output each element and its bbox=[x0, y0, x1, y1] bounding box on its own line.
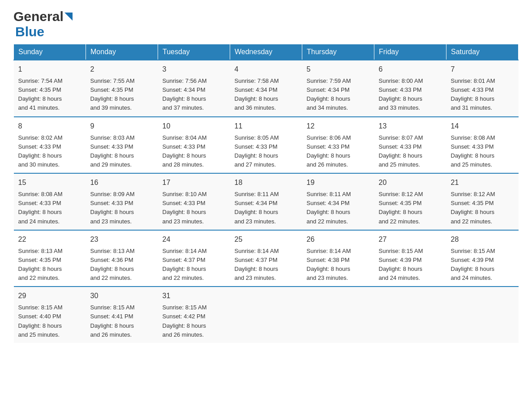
calendar-cell bbox=[230, 287, 302, 343]
calendar-week-5: 29Sunrise: 8:15 AMSunset: 4:40 PMDayligh… bbox=[14, 287, 519, 343]
day-number: 12 bbox=[307, 121, 370, 132]
day-info: Sunrise: 7:59 AMSunset: 4:34 PMDaylight:… bbox=[307, 77, 370, 113]
day-number: 17 bbox=[163, 177, 226, 188]
day-info: Sunrise: 8:08 AMSunset: 4:33 PMDaylight:… bbox=[18, 190, 82, 226]
day-number: 6 bbox=[379, 64, 442, 75]
calendar-cell: 1Sunrise: 7:54 AMSunset: 4:35 PMDaylight… bbox=[14, 60, 86, 117]
day-info: Sunrise: 8:11 AMSunset: 4:34 PMDaylight:… bbox=[235, 190, 298, 226]
day-number: 29 bbox=[18, 291, 82, 301]
day-info: Sunrise: 8:11 AMSunset: 4:34 PMDaylight:… bbox=[307, 190, 370, 226]
calendar-cell: 24Sunrise: 8:14 AMSunset: 4:37 PMDayligh… bbox=[158, 230, 230, 287]
day-number: 15 bbox=[18, 177, 82, 188]
day-info: Sunrise: 8:02 AMSunset: 4:33 PMDaylight:… bbox=[18, 133, 82, 170]
day-info: Sunrise: 8:03 AMSunset: 4:33 PMDaylight:… bbox=[90, 133, 154, 170]
calendar-cell: 19Sunrise: 8:11 AMSunset: 4:34 PMDayligh… bbox=[302, 173, 374, 230]
page-header: General Blue bbox=[13, 9, 519, 39]
day-number: 3 bbox=[163, 64, 226, 75]
day-info: Sunrise: 8:01 AMSunset: 4:33 PMDaylight:… bbox=[451, 77, 514, 113]
day-number: 28 bbox=[451, 234, 514, 245]
day-info: Sunrise: 8:15 AMSunset: 4:40 PMDaylight:… bbox=[18, 303, 82, 339]
day-info: Sunrise: 8:00 AMSunset: 4:33 PMDaylight:… bbox=[379, 77, 442, 113]
calendar-cell bbox=[446, 287, 519, 343]
day-number: 26 bbox=[307, 234, 370, 245]
calendar-cell: 22Sunrise: 8:13 AMSunset: 4:35 PMDayligh… bbox=[14, 230, 86, 287]
day-info: Sunrise: 8:14 AMSunset: 4:38 PMDaylight:… bbox=[307, 247, 370, 283]
day-number: 1 bbox=[18, 64, 82, 75]
calendar-cell: 23Sunrise: 8:13 AMSunset: 4:36 PMDayligh… bbox=[86, 230, 158, 287]
day-info: Sunrise: 8:15 AMSunset: 4:39 PMDaylight:… bbox=[379, 247, 442, 283]
day-info: Sunrise: 7:54 AMSunset: 4:35 PMDaylight:… bbox=[18, 77, 82, 113]
calendar-cell: 8Sunrise: 8:02 AMSunset: 4:33 PMDaylight… bbox=[14, 117, 86, 174]
day-info: Sunrise: 8:10 AMSunset: 4:33 PMDaylight:… bbox=[163, 190, 226, 226]
calendar-cell: 27Sunrise: 8:15 AMSunset: 4:39 PMDayligh… bbox=[374, 230, 446, 287]
day-info: Sunrise: 8:04 AMSunset: 4:33 PMDaylight:… bbox=[163, 133, 226, 170]
calendar-cell: 15Sunrise: 8:08 AMSunset: 4:33 PMDayligh… bbox=[14, 173, 86, 230]
calendar-cell: 3Sunrise: 7:56 AMSunset: 4:34 PMDaylight… bbox=[158, 60, 230, 117]
day-number: 7 bbox=[451, 64, 514, 75]
day-number: 13 bbox=[379, 121, 442, 132]
calendar-cell: 7Sunrise: 8:01 AMSunset: 4:33 PMDaylight… bbox=[446, 60, 519, 117]
calendar-cell: 18Sunrise: 8:11 AMSunset: 4:34 PMDayligh… bbox=[230, 173, 302, 230]
calendar-cell: 5Sunrise: 7:59 AMSunset: 4:34 PMDaylight… bbox=[302, 60, 374, 117]
calendar-week-3: 15Sunrise: 8:08 AMSunset: 4:33 PMDayligh… bbox=[14, 173, 519, 230]
day-number: 11 bbox=[235, 121, 298, 132]
calendar-cell: 17Sunrise: 8:10 AMSunset: 4:33 PMDayligh… bbox=[158, 173, 230, 230]
day-number: 23 bbox=[90, 234, 154, 245]
logo: General Blue bbox=[13, 9, 73, 39]
calendar-cell: 4Sunrise: 7:58 AMSunset: 4:34 PMDaylight… bbox=[230, 60, 302, 117]
calendar-cell: 16Sunrise: 8:09 AMSunset: 4:33 PMDayligh… bbox=[86, 173, 158, 230]
day-number: 16 bbox=[90, 177, 154, 188]
calendar-cell: 29Sunrise: 8:15 AMSunset: 4:40 PMDayligh… bbox=[14, 287, 86, 343]
calendar-week-1: 1Sunrise: 7:54 AMSunset: 4:35 PMDaylight… bbox=[14, 60, 519, 117]
calendar-cell: 13Sunrise: 8:07 AMSunset: 4:33 PMDayligh… bbox=[374, 117, 446, 174]
day-number: 22 bbox=[18, 234, 82, 245]
calendar-cell: 26Sunrise: 8:14 AMSunset: 4:38 PMDayligh… bbox=[302, 230, 374, 287]
day-info: Sunrise: 8:15 AMSunset: 4:39 PMDaylight:… bbox=[451, 247, 514, 283]
day-info: Sunrise: 8:12 AMSunset: 4:35 PMDaylight:… bbox=[451, 190, 514, 226]
day-info: Sunrise: 8:08 AMSunset: 4:33 PMDaylight:… bbox=[451, 133, 514, 170]
calendar-header: SundayMondayTuesdayWednesdayThursdayFrid… bbox=[14, 44, 519, 60]
day-number: 8 bbox=[18, 121, 82, 132]
day-info: Sunrise: 7:58 AMSunset: 4:34 PMDaylight:… bbox=[235, 77, 298, 113]
calendar-cell: 10Sunrise: 8:04 AMSunset: 4:33 PMDayligh… bbox=[158, 117, 230, 174]
calendar-table: SundayMondayTuesdayWednesdayThursdayFrid… bbox=[13, 44, 519, 343]
day-number: 10 bbox=[163, 121, 226, 132]
calendar-cell bbox=[302, 287, 374, 343]
day-info: Sunrise: 8:07 AMSunset: 4:33 PMDaylight:… bbox=[379, 133, 442, 170]
day-info: Sunrise: 8:06 AMSunset: 4:33 PMDaylight:… bbox=[307, 133, 370, 170]
logo-general-row: General bbox=[13, 9, 73, 24]
calendar-cell: 20Sunrise: 8:12 AMSunset: 4:35 PMDayligh… bbox=[374, 173, 446, 230]
day-number: 31 bbox=[163, 291, 226, 301]
day-header-thursday: Thursday bbox=[302, 44, 374, 60]
day-header-saturday: Saturday bbox=[446, 44, 519, 60]
day-info: Sunrise: 8:13 AMSunset: 4:35 PMDaylight:… bbox=[18, 247, 82, 283]
calendar-cell bbox=[374, 287, 446, 343]
day-info: Sunrise: 7:55 AMSunset: 4:35 PMDaylight:… bbox=[90, 77, 154, 113]
day-number: 9 bbox=[90, 121, 154, 132]
day-number: 24 bbox=[163, 234, 226, 245]
day-header-sunday: Sunday bbox=[14, 44, 86, 60]
day-number: 20 bbox=[379, 177, 442, 188]
calendar-cell: 12Sunrise: 8:06 AMSunset: 4:33 PMDayligh… bbox=[302, 117, 374, 174]
day-info: Sunrise: 8:15 AMSunset: 4:41 PMDaylight:… bbox=[90, 303, 154, 339]
calendar-cell: 25Sunrise: 8:14 AMSunset: 4:37 PMDayligh… bbox=[230, 230, 302, 287]
logo-arrow-icon bbox=[64, 13, 73, 21]
calendar-week-2: 8Sunrise: 8:02 AMSunset: 4:33 PMDaylight… bbox=[14, 117, 519, 174]
day-number: 25 bbox=[235, 234, 298, 245]
day-number: 21 bbox=[451, 177, 514, 188]
calendar-cell: 2Sunrise: 7:55 AMSunset: 4:35 PMDaylight… bbox=[86, 60, 158, 117]
day-header-tuesday: Tuesday bbox=[158, 44, 230, 60]
day-info: Sunrise: 8:12 AMSunset: 4:35 PMDaylight:… bbox=[379, 190, 442, 226]
calendar-cell: 21Sunrise: 8:12 AMSunset: 4:35 PMDayligh… bbox=[446, 173, 519, 230]
day-number: 19 bbox=[307, 177, 370, 188]
day-number: 2 bbox=[90, 64, 154, 75]
day-info: Sunrise: 8:14 AMSunset: 4:37 PMDaylight:… bbox=[163, 247, 226, 283]
day-number: 14 bbox=[451, 121, 514, 132]
day-header-wednesday: Wednesday bbox=[230, 44, 302, 60]
day-info: Sunrise: 8:14 AMSunset: 4:37 PMDaylight:… bbox=[235, 247, 298, 283]
days-header-row: SundayMondayTuesdayWednesdayThursdayFrid… bbox=[14, 44, 519, 60]
day-info: Sunrise: 8:13 AMSunset: 4:36 PMDaylight:… bbox=[90, 247, 154, 283]
calendar-cell: 30Sunrise: 8:15 AMSunset: 4:41 PMDayligh… bbox=[86, 287, 158, 343]
day-info: Sunrise: 7:56 AMSunset: 4:34 PMDaylight:… bbox=[163, 77, 226, 113]
calendar-cell: 9Sunrise: 8:03 AMSunset: 4:33 PMDaylight… bbox=[86, 117, 158, 174]
